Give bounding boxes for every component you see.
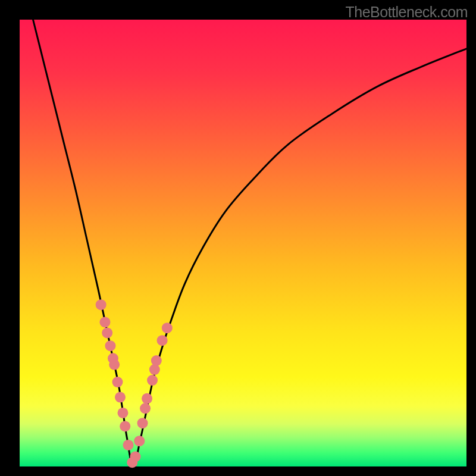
chart-frame: TheBottleneck.com — [0, 0, 476, 476]
sample-dot — [137, 418, 148, 428]
bottleneck-curve — [33, 20, 466, 466]
sample-dot — [134, 436, 145, 446]
sample-dot — [149, 364, 160, 375]
sample-dot — [96, 299, 107, 310]
watermark-text: TheBottleneck.com — [346, 4, 468, 21]
sample-dot — [130, 451, 141, 462]
sample-dot — [115, 392, 126, 403]
sample-dot — [140, 403, 151, 414]
sample-dot — [105, 340, 115, 351]
sample-dot — [99, 317, 110, 327]
sample-dot — [102, 327, 112, 338]
sample-dot — [109, 359, 120, 370]
sample-dot — [117, 408, 128, 418]
sample-dot — [112, 377, 123, 387]
sample-dot — [162, 322, 173, 333]
sample-dot — [142, 393, 152, 404]
sample-dot — [147, 375, 158, 386]
sample-dot — [151, 355, 162, 366]
sample-dot — [120, 421, 130, 431]
chart-svg-layer — [20, 20, 466, 466]
sample-dot — [123, 440, 133, 450]
sample-dot — [157, 335, 168, 346]
